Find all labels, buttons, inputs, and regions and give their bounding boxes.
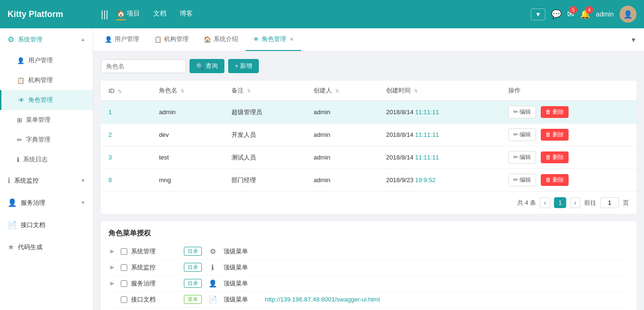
service-icon: 👤 [8,198,17,207]
menu-checkbox[interactable] [121,248,127,255]
cell-actions: ✏ 编辑 🗑 删除 [501,146,636,169]
cell-time: 2018/9/23 19:9:52 [379,169,501,192]
menu-badge: 目录 [184,279,202,288]
sidebar-item-role[interactable]: 👁 角色管理 [0,90,93,110]
tabs-collapse-icon[interactable]: ▼ [627,36,640,43]
cell-actions: ✏ 编辑 🗑 删除 [501,169,636,192]
search-button[interactable]: 🔍 查询 [190,59,224,73]
org-icon: 📋 [17,77,25,84]
goto-label: 前往 [584,199,596,207]
sidebar-group-header-api[interactable]: 📄 接口文档 [0,214,93,236]
col-name: 角色名 ⇅ [151,81,224,101]
menu-row: 接口文档 菜单 📄 顶级菜单 http://139.196.87.48:8001… [108,292,629,308]
sort-name-icon[interactable]: ⇅ [181,88,184,93]
cell-id: 1 [101,101,151,124]
menu-checkbox[interactable] [121,296,127,303]
prev-page-button[interactable]: ‹ [540,197,550,208]
tab-role[interactable]: 👁 角色管理 ✕ [246,28,301,51]
menu-name: 接口文档 [131,295,178,304]
col-creator: 创建人 ⇅ [306,81,379,101]
gear-icon: ⚙ [8,35,14,44]
sidebar-group-label-api: 接口文档 [21,221,45,229]
sidebar-item-dict[interactable]: ✏ 字典管理 [0,130,93,150]
menu-checkbox[interactable] [121,264,127,271]
edit-button[interactable]: ✏ 编辑 [508,128,536,141]
sidebar-group-header-codegen[interactable]: ★ 代码生成 [0,236,93,258]
sort-time-icon[interactable]: ⇅ [414,88,418,93]
cell-name: dev [151,124,224,146]
nav-home-link[interactable]: 🏠 [116,8,126,20]
time-link[interactable]: 19:9:52 [415,176,436,184]
add-role-button[interactable]: + 新增 [228,59,259,73]
sort-creator-icon[interactable]: ⇅ [335,88,339,93]
col-id: ID ⇅ [101,81,151,101]
sidebar-item-org[interactable]: 📋 机构管理 [0,70,93,90]
edit-button[interactable]: ✏ 编辑 [508,151,536,164]
cell-id: 3 [101,146,151,169]
delete-button[interactable]: 🗑 删除 [541,129,569,141]
table-row: 2 dev 开发人员 admin 2018/8/14 11:11:11 ✏ 编辑… [101,124,636,146]
menu-expand-icon[interactable]: ▶ [110,280,117,286]
cell-time: 2018/8/14 11:11:11 [379,101,501,124]
menu-level: 顶级菜单 [223,295,261,304]
message-icon[interactable]: 💬 [551,9,561,19]
nav-link-project[interactable]: 项目 [126,8,141,21]
tab-users[interactable]: 👤 用户管理 [97,28,147,51]
menu-checkbox[interactable] [121,280,127,287]
delete-button[interactable]: 🗑 删除 [541,151,569,163]
cell-remark: 超级管理员 [224,101,306,124]
nav-link-blog[interactable]: 博客 [179,8,194,21]
sidebar-group-header-service[interactable]: 👤 服务治理 ▼ [0,192,93,214]
role-menu-section: 角色菜单授权 ▶ 系统管理 目录 ⚙ 顶级菜单 ▶ 系统监控 目录 ℹ 顶级菜单… [101,221,636,310]
page-jump-input[interactable] [600,197,619,208]
menu-type-icon: ⚙ [206,247,220,256]
time-link[interactable]: 11:11:11 [415,131,439,138]
sort-remark-icon[interactable]: ⇅ [247,88,251,93]
delete-button[interactable]: 🗑 删除 [541,174,569,186]
nav-toggle-icon[interactable]: ||| [101,9,108,20]
cell-id: 2 [101,124,151,146]
nav-link-docs[interactable]: 文档 [152,8,167,21]
edit-button[interactable]: ✏ 编辑 [508,174,536,186]
sidebar-item-syslog[interactable]: ℹ 系统日志 [0,150,93,169]
time-link[interactable]: 11:11:11 [415,154,439,161]
brand: Kitty Platform [8,9,101,19]
cell-id: 8 [101,169,151,192]
sidebar-group-header-monitor[interactable]: ℹ 系统监控 ▼ [0,169,93,192]
sidebar-item-menu[interactable]: ⊞ 菜单管理 [0,110,93,130]
menu-expand-icon[interactable]: ▶ [110,248,117,254]
menu-expand-icon[interactable]: ▶ [110,264,117,270]
cell-remark: 开发人员 [224,124,306,146]
delete-button[interactable]: 🗑 删除 [541,106,569,118]
bell-icon[interactable]: 🔔 4 [580,9,590,19]
search-input[interactable] [101,59,186,73]
nav-dropdown-button[interactable]: ▼ [531,8,545,20]
tab-intro[interactable]: 🏠 系统介绍 [196,28,246,51]
tab-org[interactable]: 📋 机构管理 [147,28,196,51]
sidebar-group-label-service: 服务治理 [21,199,45,207]
cell-actions: ✏ 编辑 🗑 删除 [501,124,636,146]
page-1-button[interactable]: 1 [554,197,566,208]
top-nav: Kitty Platform ||| 🏠 项目 文档 博客 ▼ 💬 ✉ 5 🔔 … [0,0,644,28]
tabs-list: 👤 用户管理 📋 机构管理 🏠 系统介绍 👁 角色管理 ✕ [97,28,301,51]
next-page-button[interactable]: › [570,197,580,208]
menu-badge: 目录 [184,263,202,272]
sidebar-item-users[interactable]: 👤 用户管理 [0,50,93,70]
avatar: 👤 [619,6,636,23]
sidebar-group-header-system[interactable]: ⚙ 系统管理 ▲ [0,28,93,50]
menu-level: 顶级菜单 [223,263,261,272]
edit-button[interactable]: ✏ 编辑 [508,106,536,118]
menu-row: ▶ 系统监控 目录 ℹ 顶级菜单 [108,260,629,276]
table-row: 3 test 测试人员 admin 2018/8/14 11:11:11 ✏ 编… [101,146,636,169]
total-text: 共 4 条 [517,199,536,207]
tab-close-role[interactable]: ✕ [289,36,294,42]
cell-remark: 测试人员 [224,146,306,169]
sidebar-group-service: 👤 服务治理 ▼ [0,192,93,214]
menu-type-icon: 📄 [206,295,220,304]
mail-icon[interactable]: ✉ 5 [567,9,574,19]
time-link[interactable]: 11:11:11 [415,109,439,116]
tab-users-icon: 👤 [105,36,112,43]
sort-id-icon[interactable]: ⇅ [118,89,122,94]
sidebar-group-label-monitor: 系统监控 [14,176,39,185]
content-area: 👤 用户管理 📋 机构管理 🏠 系统介绍 👁 角色管理 ✕ ▼ [93,28,644,310]
